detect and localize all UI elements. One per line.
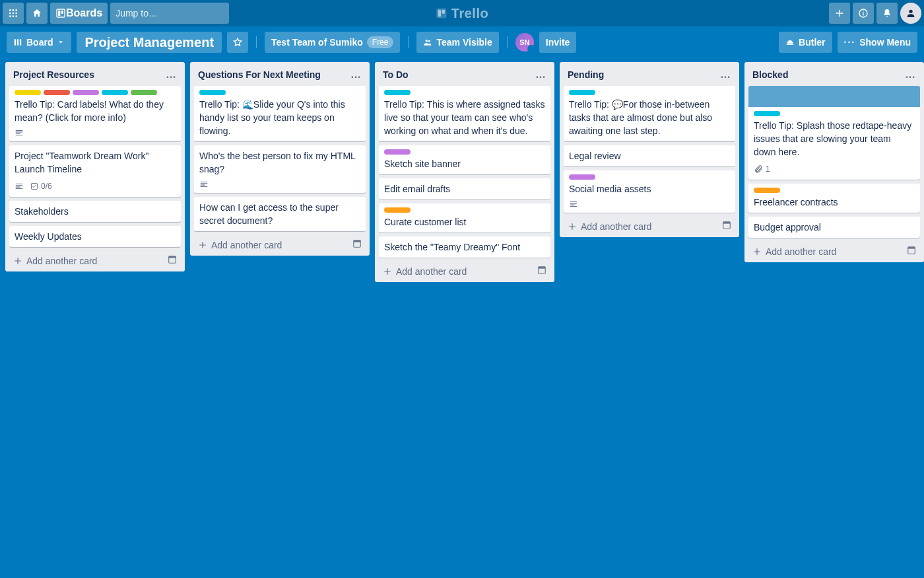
card-text: Trello Tip: Card labels! What do they me…: [15, 98, 176, 124]
add-card-button[interactable]: Add another card: [752, 246, 836, 257]
svg-point-5: [15, 13, 17, 15]
star-button[interactable]: [227, 32, 248, 53]
card-text: Sketch the "Teamy Dreamy" Font: [384, 240, 545, 254]
list-menu-button[interactable]: …: [350, 69, 362, 81]
card-badges: [569, 199, 730, 209]
add-card-button[interactable]: Add another card: [198, 240, 282, 250]
boards-icon: [55, 8, 66, 18]
add-card-button[interactable]: Add another card: [568, 221, 651, 232]
card[interactable]: Sketch site banner: [379, 145, 550, 174]
info-button[interactable]: [853, 3, 874, 24]
invite-button[interactable]: Invite: [539, 32, 577, 53]
label-green[interactable]: [131, 90, 157, 95]
card[interactable]: Stakeholders: [9, 201, 181, 222]
notifications-button[interactable]: [876, 3, 898, 24]
svg-rect-23: [20, 39, 21, 45]
card[interactable]: Trello Tip: This is where assigned tasks…: [379, 86, 550, 141]
card[interactable]: Who's the best person to fix my HTML sna…: [194, 145, 366, 193]
card-text: Budget approval: [754, 221, 915, 234]
list-menu-button[interactable]: …: [166, 69, 177, 81]
label-sky[interactable]: [384, 90, 411, 95]
card[interactable]: Weekly Updates: [9, 226, 181, 247]
list-menu-button[interactable]: …: [535, 69, 546, 81]
card-labels: [384, 207, 545, 213]
butler-icon: [785, 38, 795, 47]
svg-point-2: [15, 9, 17, 11]
list-title[interactable]: Questions For Next Meeting: [198, 69, 321, 80]
card[interactable]: Edit email drafts: [379, 178, 550, 199]
label-red[interactable]: [44, 90, 70, 95]
add-card-button[interactable]: Add another card: [13, 256, 97, 266]
boards-label: Boards: [66, 7, 102, 19]
free-badge: Free: [367, 36, 394, 48]
svg-point-8: [15, 15, 17, 17]
boards-button[interactable]: Boards: [50, 3, 108, 24]
trello-icon: [436, 7, 447, 19]
board-canvas[interactable]: Project Resources …Trello Tip: Card labe…: [0, 58, 924, 578]
label-orange[interactable]: [384, 207, 411, 213]
label-purple[interactable]: [73, 90, 99, 95]
board-name[interactable]: Project Management: [77, 32, 222, 53]
card[interactable]: Trello Tip: 💬For those in-between tasks …: [564, 86, 735, 141]
view-switcher[interactable]: Board: [7, 32, 71, 53]
card-template-button[interactable]: [537, 266, 546, 277]
checklist-icon: [30, 182, 38, 190]
card-text: Social media assets: [569, 182, 730, 196]
label-sky[interactable]: [569, 90, 595, 95]
card[interactable]: Project "Teamwork Dream Work" Launch Tim…: [9, 145, 181, 197]
template-icon: [352, 239, 362, 248]
visibility-button[interactable]: Team Visible: [416, 32, 498, 53]
list-title[interactable]: Blocked: [752, 69, 788, 80]
list-title[interactable]: Pending: [568, 69, 604, 80]
view-label: Board: [26, 37, 53, 48]
search-input[interactable]: [116, 8, 231, 18]
card-template-button[interactable]: [907, 246, 916, 257]
apps-button[interactable]: [3, 3, 24, 24]
svg-rect-34: [723, 222, 731, 224]
list-menu-button[interactable]: …: [905, 69, 916, 81]
card-template-button[interactable]: [168, 255, 177, 266]
svg-point-3: [9, 13, 11, 15]
label-sky[interactable]: [199, 90, 226, 95]
home-button[interactable]: [26, 3, 48, 24]
card[interactable]: Trello Tip: 🌊Slide your Q's into this ha…: [194, 86, 366, 141]
svg-point-0: [9, 9, 11, 11]
label-sky[interactable]: [102, 90, 128, 95]
label-sky[interactable]: [754, 111, 780, 116]
card[interactable]: Trello Tip: Card labels! What do they me…: [9, 86, 181, 141]
member-avatar[interactable]: SN: [515, 33, 534, 52]
apps-icon: [8, 8, 18, 18]
divider: [256, 36, 257, 48]
label-yellow[interactable]: [15, 90, 41, 95]
card-text: Project "Teamwork Dream Work" Launch Tim…: [15, 149, 176, 176]
svg-rect-9: [57, 9, 65, 17]
svg-rect-28: [169, 256, 176, 258]
show-menu-button[interactable]: ··· Show Menu: [838, 32, 917, 53]
list-menu-button[interactable]: …: [720, 69, 731, 81]
card-template-button[interactable]: [352, 239, 362, 250]
card[interactable]: Freelancer contracts: [748, 184, 920, 213]
svg-rect-15: [438, 10, 442, 17]
account-avatar[interactable]: [900, 3, 921, 24]
card[interactable]: How can I get access to the super secret…: [194, 197, 366, 231]
card[interactable]: Sketch the "Teamy Dreamy" Font: [379, 236, 550, 258]
card[interactable]: Legal review: [564, 145, 735, 166]
label-purple[interactable]: [384, 149, 411, 155]
list-title[interactable]: To Do: [383, 69, 409, 80]
label-purple[interactable]: [569, 174, 595, 180]
card-text: Curate customer list: [384, 215, 545, 229]
label-orange[interactable]: [754, 188, 780, 193]
team-button[interactable]: Test Team of Sumiko Free: [265, 32, 400, 53]
create-button[interactable]: [829, 3, 850, 24]
search-box[interactable]: [110, 3, 229, 24]
list-title[interactable]: Project Resources: [13, 69, 94, 80]
card[interactable]: Budget approval: [748, 217, 920, 238]
card[interactable]: Trello Tip: Splash those redtape-heavy i…: [748, 86, 920, 180]
card-template-button[interactable]: [722, 221, 731, 232]
butler-button[interactable]: Butler: [779, 32, 832, 53]
card[interactable]: Social media assets: [564, 170, 735, 213]
card-labels: [199, 90, 360, 95]
add-card-button[interactable]: Add another card: [383, 266, 467, 277]
attachment-icon: [754, 164, 763, 174]
card[interactable]: Curate customer list: [379, 203, 550, 233]
